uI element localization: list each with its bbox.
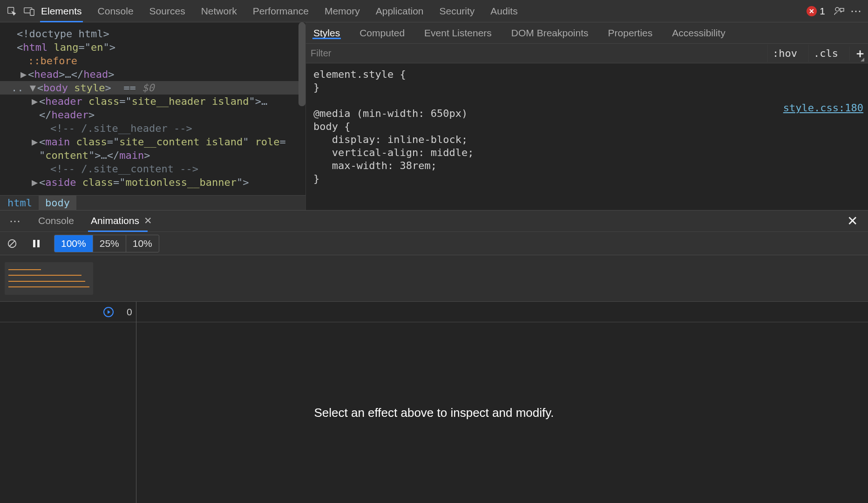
rule-source-link[interactable]: style.css:180 — [783, 102, 863, 115]
styles-panel[interactable]: style.css:180 element.style {} @media (m… — [306, 63, 868, 210]
declaration-vertical-align[interactable]: vertical-align: middle; — [313, 146, 861, 159]
dom-row[interactable]: .. ▼<body style> == $0 — [0, 81, 302, 95]
drawer-tab-animations[interactable]: Animations✕ — [82, 211, 161, 231]
dom-row[interactable]: <!-- /.site__header --> — [9, 122, 302, 135]
dom-row[interactable]: ::before — [9, 54, 302, 68]
svg-point-3 — [835, 7, 839, 11]
dom-row[interactable]: ▶<head>…</head> — [9, 68, 302, 81]
tab-application[interactable]: Application — [375, 0, 425, 22]
tab-audits[interactable]: Audits — [489, 0, 518, 22]
error-icon: ✕ — [807, 6, 817, 16]
rule-selector[interactable]: body { — [313, 120, 861, 133]
animation-timeline[interactable]: 0 — [0, 302, 868, 322]
declaration-display[interactable]: display: inline-block; — [313, 133, 861, 146]
speed-10%[interactable]: 10% — [126, 235, 159, 252]
speed-100%[interactable]: 100% — [54, 235, 93, 252]
error-count: 1 — [820, 6, 825, 17]
animation-thumbnail[interactable] — [5, 262, 93, 295]
dom-row[interactable]: </header> — [9, 108, 302, 122]
inspect-element-icon[interactable] — [3, 2, 20, 20]
dom-row[interactable]: ▶<main class="site__content island" role… — [9, 135, 302, 149]
dom-tree[interactable]: <!doctype html><html lang="en">::before▶… — [0, 22, 305, 195]
drawer-tab-console[interactable]: Console — [30, 211, 82, 231]
breadcrumb-html[interactable]: html — [1, 195, 39, 211]
animations-empty-message: Select an effect above to inspect and mo… — [0, 322, 868, 503]
feedback-icon[interactable] — [830, 2, 848, 20]
declaration-max-width[interactable]: max-width: 38rem; — [313, 159, 861, 172]
breadcrumb: htmlbody — [0, 195, 305, 210]
speed-25%[interactable]: 25% — [93, 235, 126, 252]
rule-element-style[interactable]: element.style { — [313, 68, 861, 81]
tab-elements[interactable]: Elements — [40, 0, 83, 22]
subtab-properties[interactable]: Properties — [607, 27, 654, 39]
error-badge[interactable]: ✕ 1 — [807, 6, 825, 17]
tab-performance[interactable]: Performance — [252, 0, 310, 22]
dom-row[interactable]: <!doctype html> — [9, 27, 302, 41]
svg-rect-6 — [33, 240, 35, 247]
subtab-accessibility[interactable]: Accessibility — [671, 27, 726, 39]
subtab-styles[interactable]: Styles — [312, 27, 341, 39]
timeline-play-icon[interactable] — [103, 307, 114, 317]
hov-toggle[interactable]: :hov — [767, 45, 802, 62]
drawer-more-icon[interactable]: ⋯ — [5, 215, 26, 228]
clear-animations-button[interactable] — [6, 237, 19, 250]
svg-line-5 — [10, 241, 15, 246]
pause-button[interactable] — [30, 237, 43, 250]
scrollbar[interactable] — [298, 22, 305, 106]
tab-network[interactable]: Network — [200, 0, 238, 22]
tab-sources[interactable]: Sources — [149, 0, 186, 22]
tab-console[interactable]: Console — [97, 0, 135, 22]
svg-rect-7 — [37, 240, 40, 247]
tab-security[interactable]: Security — [438, 0, 475, 22]
rule-media: @media (min-width: 650px) — [313, 107, 861, 120]
dom-row[interactable]: <html lang="en"> — [9, 41, 302, 54]
breadcrumb-body[interactable]: body — [39, 195, 76, 211]
drawer-close-button[interactable]: ✕ — [841, 213, 863, 229]
dom-row[interactable]: ▶<header class="site__header island">… — [9, 95, 302, 108]
timeline-zero-label: 0 — [127, 306, 132, 318]
dom-row[interactable]: "content">…</main> — [9, 149, 302, 162]
subtab-event-listeners[interactable]: Event Listeners — [423, 27, 493, 39]
subtab-computed[interactable]: Computed — [359, 27, 406, 39]
dom-row[interactable]: ▶<aside class="motionless__banner"> — [9, 176, 302, 189]
new-style-rule-button[interactable]: ＋ — [849, 47, 863, 61]
timeline-cursor[interactable] — [136, 302, 136, 503]
device-toolbar-icon[interactable] — [20, 2, 38, 20]
tab-memory[interactable]: Memory — [324, 0, 361, 22]
dom-row[interactable]: <!-- /.site__content --> — [9, 162, 302, 176]
styles-filter-input[interactable] — [311, 47, 761, 61]
cls-toggle[interactable]: .cls — [808, 45, 843, 62]
more-menu-icon[interactable]: ⋯ — [848, 2, 865, 20]
close-icon[interactable]: ✕ — [144, 215, 152, 226]
svg-rect-2 — [30, 9, 34, 15]
subtab-dom-breakpoints[interactable]: DOM Breakpoints — [510, 27, 590, 39]
